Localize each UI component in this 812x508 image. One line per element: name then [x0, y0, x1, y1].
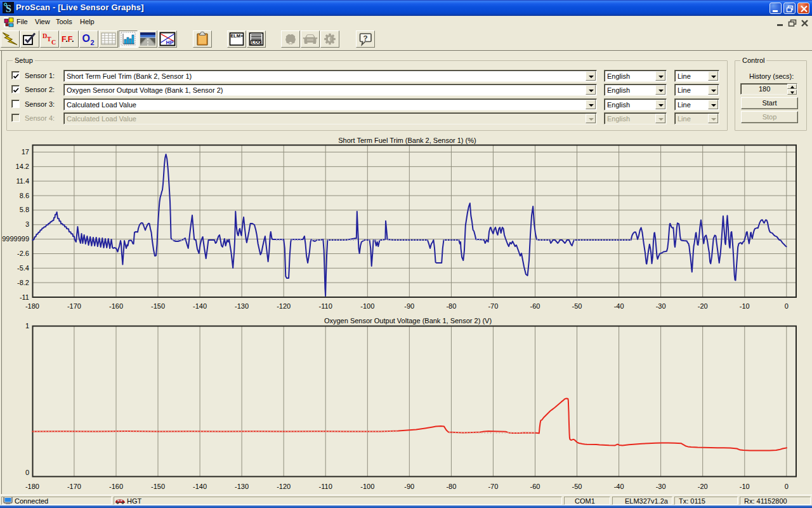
svg-text:-20: -20	[698, 302, 708, 310]
svg-text:-11: -11	[20, 293, 29, 301]
svg-text:F.F.: F.F.	[62, 35, 74, 44]
svg-text:-150: -150	[151, 483, 165, 490]
svg-text:-120: -120	[277, 483, 291, 490]
svg-text:-10: -10	[740, 483, 750, 490]
svg-text:17: 17	[22, 148, 29, 156]
svg-text:T: T	[47, 36, 51, 43]
svg-text:-80: -80	[446, 302, 456, 310]
svg-text:-140: -140	[193, 302, 207, 310]
svg-text:-80: -80	[446, 483, 456, 490]
svg-text:O: O	[82, 33, 90, 44]
svg-text:-40: -40	[614, 302, 624, 310]
svg-text:Oxygen Sensor Output Voltage (: Oxygen Sensor Output Voltage (Bank 1, Se…	[324, 317, 492, 324]
svg-text:8.6: 8.6	[20, 192, 29, 199]
svg-text:14.2: 14.2	[16, 163, 29, 170]
svg-text:-8.2: -8.2	[17, 279, 29, 286]
svg-text:2: 2	[91, 39, 95, 46]
svg-text:-70: -70	[488, 302, 498, 310]
svg-text:?: ?	[363, 34, 368, 42]
svg-text:-130: -130	[235, 483, 249, 490]
svg-text:3: 3	[25, 220, 29, 228]
svg-text:-170: -170	[67, 483, 81, 490]
svg-text:0: 0	[785, 302, 789, 310]
svg-text:-160: -160	[109, 302, 123, 310]
svg-text:-50: -50	[572, 302, 582, 310]
svg-text:11.4: 11.4	[16, 177, 29, 185]
svg-text:0: 0	[785, 483, 789, 490]
svg-text:-100: -100	[360, 302, 374, 310]
svg-text:-140: -140	[193, 483, 207, 490]
svg-text:ELM>: ELM>	[231, 33, 243, 39]
svg-text:-160: -160	[109, 483, 123, 490]
svg-text:-180: -180	[25, 483, 39, 490]
svg-text:-2.6: -2.6	[17, 250, 29, 257]
svg-text:-40: -40	[614, 483, 624, 490]
svg-text:-20: -20	[698, 483, 708, 490]
svg-text:1: 1	[25, 322, 29, 330]
svg-text:9999999: 9999999	[2, 235, 29, 243]
svg-text:-100: -100	[360, 483, 374, 490]
svg-text:0: 0	[25, 469, 29, 476]
svg-text:-120: -120	[277, 302, 291, 310]
svg-text:-150: -150	[151, 302, 165, 310]
svg-text:-5.4: -5.4	[17, 264, 29, 272]
svg-text:LOG: LOG	[252, 40, 261, 44]
svg-text:-60: -60	[530, 302, 540, 310]
svg-text:HP: HP	[166, 39, 174, 46]
svg-text:-90: -90	[404, 483, 414, 490]
svg-text:S: S	[6, 3, 11, 14]
svg-text:C: C	[51, 39, 56, 46]
svg-text:-110: -110	[319, 302, 332, 310]
svg-text:-60: -60	[530, 483, 540, 490]
svg-text:-70: -70	[488, 483, 498, 490]
svg-text:5.8: 5.8	[20, 206, 29, 213]
svg-text:-130: -130	[235, 302, 249, 310]
svg-text:-30: -30	[656, 483, 666, 490]
svg-text:Short Term Fuel Trim (Bank 2,: Short Term Fuel Trim (Bank 2, Sensor 1) …	[338, 137, 476, 144]
svg-text:-30: -30	[656, 302, 666, 310]
svg-text:-170: -170	[67, 302, 81, 310]
svg-text:-90: -90	[404, 302, 414, 310]
svg-text:-50: -50	[572, 483, 582, 490]
svg-text:-180: -180	[25, 302, 39, 310]
svg-text:-10: -10	[740, 302, 750, 310]
svg-text:-110: -110	[319, 483, 332, 490]
